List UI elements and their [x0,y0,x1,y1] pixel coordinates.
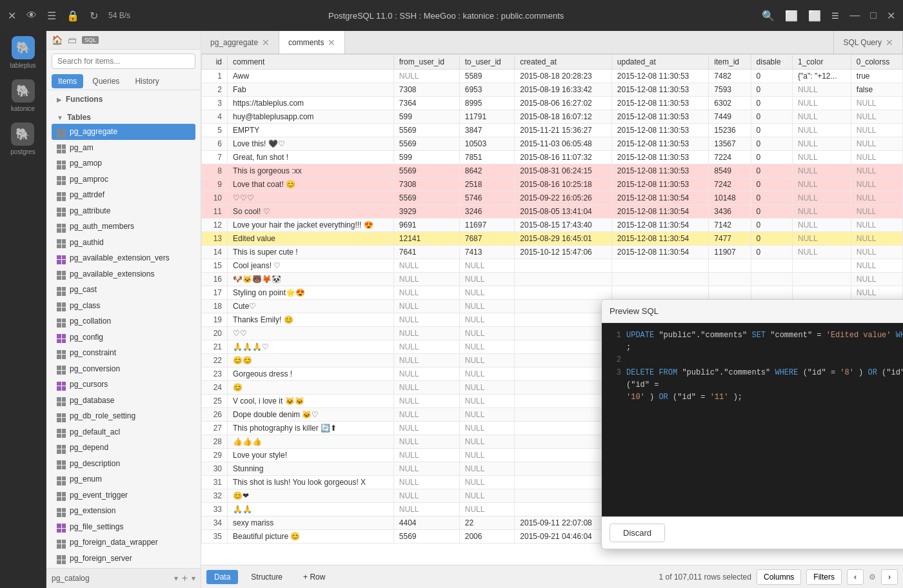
table-cell[interactable]: NULL [851,137,902,151]
table-cell[interactable]: NULL [793,246,851,259]
add-icon[interactable]: + [182,573,188,584]
table-cell[interactable]: 15 [202,259,228,273]
table-row[interactable]: 11So cool! ♡392932462015-08-05 13:41:042… [202,205,903,219]
table-cell[interactable]: NULL [793,178,851,191]
table-cell[interactable]: NULL [793,137,851,151]
table-cell[interactable]: 2015-12-08 11:30:53 [611,137,708,151]
table-cell[interactable]: 30 [202,462,228,476]
table-cell[interactable]: NULL [459,449,515,462]
table-cell[interactable]: Thanks Emily! 😊 [228,313,394,327]
table-cell[interactable]: NULL [393,354,459,368]
table-cell[interactable]: 8549 [709,164,751,178]
table-cell[interactable]: 22 [202,354,228,368]
table-cell[interactable] [709,286,751,300]
table-cell[interactable]: 7142 [709,219,751,232]
table-cell[interactable]: 6302 [709,97,751,110]
table-item-pg_default_acl[interactable]: pg_default_acl [52,424,195,440]
table-cell[interactable]: NULL [851,151,902,164]
table-cell[interactable]: 35 [202,530,228,544]
table-cell[interactable]: 5589 [459,70,515,83]
table-cell[interactable] [515,435,611,449]
table-cell[interactable]: 2015-08-15 17:43:40 [515,219,611,232]
table-row[interactable]: 4huy@tableplusapp.com599117912015-08-18 … [202,110,903,124]
table-item-pg_foreign_data_wrapper[interactable]: pg_foreign_data_wrapper [52,534,195,551]
table-cell[interactable]: NULL [793,232,851,246]
table-cell[interactable]: NULL [851,273,902,286]
table-cell[interactable]: NULL [459,422,515,435]
table-cell[interactable]: 2006 [459,530,515,544]
table-row[interactable]: 13Edited value1214176872015-08-29 16:45:… [202,232,903,246]
table-cell[interactable]: 0 [751,219,792,232]
table-item-pg_depend[interactable]: pg_depend [52,440,195,456]
table-cell[interactable]: 17 [202,286,228,300]
table-cell[interactable]: NULL [851,97,902,110]
table-cell[interactable]: 18 [202,300,228,313]
table-cell[interactable]: 2015-08-16 11:07:32 [515,151,611,164]
table-cell[interactable]: NULL [459,408,515,422]
table-cell[interactable]: 3847 [459,124,515,137]
table-cell[interactable]: NULL [393,327,459,340]
table-cell[interactable]: 2015-12-08 11:30:53 [611,124,708,137]
table-cell[interactable]: 5569 [393,164,459,178]
layout-icon-1[interactable]: ⬜ [785,10,798,22]
table-row[interactable]: 16🐶🐱🐻🦊🐼NULLNULLNULL [202,273,903,286]
table-cell[interactable]: NULL [459,300,515,313]
table-cell[interactable]: 2015-12-08 11:30:53 [611,70,708,83]
table-cell[interactable]: 2015-12-08 11:30:54 [611,191,708,205]
table-cell[interactable]: 27 [202,422,228,435]
table-cell[interactable]: 13567 [709,137,751,151]
table-cell[interactable]: Edited value [228,232,394,246]
table-cell[interactable]: This is gorgeous :xx [228,164,394,178]
table-cell[interactable]: 7242 [709,178,751,191]
functions-toggle[interactable]: ▶ Functions [52,93,195,106]
table-cell[interactable]: 0 [751,110,792,124]
table-cell[interactable]: 🐶🐱🐻🦊🐼 [228,273,394,286]
table-row[interactable]: 14This is super cute !764174132015-10-12… [202,246,903,259]
table-cell[interactable]: 19 [202,313,228,327]
table-cell[interactable]: 2015-12-08 11:30:54 [611,232,708,246]
table-cell[interactable]: 2015-12-08 11:30:54 [611,205,708,219]
table-cell[interactable]: ♡♡ [228,327,394,340]
close-tab-icon[interactable]: ✕ [328,37,335,48]
table-item-pg_extension[interactable]: pg_extension [52,503,195,519]
table-cell[interactable]: 11907 [709,246,751,259]
table-cell[interactable]: V cool, i love it 🐱🐱 [228,395,394,408]
table-cell[interactable]: 0 [751,164,792,178]
table-cell[interactable]: 2015-12-08 11:30:54 [611,246,708,259]
tab-sql-query[interactable]: SQL Query ✕ [833,31,903,54]
table-cell[interactable]: 2015-08-18 16:07:12 [515,110,611,124]
table-cell[interactable]: 2015-12-08 11:30:53 [611,164,708,178]
table-cell[interactable]: This photography is killer 🔄⬆ [228,422,394,435]
table-cell[interactable]: NULL [393,449,459,462]
table-cell[interactable]: NULL [393,489,459,503]
table-cell[interactable]: NULL [459,340,515,354]
table-cell[interactable]: 2015-09-22 16:05:26 [515,191,611,205]
table-cell[interactable]: NULL [793,191,851,205]
col-header-updated_at[interactable]: updated_at [611,55,708,70]
table-cell[interactable]: true [851,70,902,83]
table-cell[interactable]: huy@tableplusapp.com [228,110,394,124]
table-cell[interactable]: 0 [751,70,792,83]
table-cell[interactable]: false [851,83,902,97]
dropdown-icon[interactable]: ▾ [174,574,178,583]
table-cell[interactable]: NULL [851,246,902,259]
table-cell[interactable]: 11791 [459,110,515,124]
table-cell[interactable] [515,381,611,395]
table-cell[interactable]: Great, fun shot ! [228,151,394,164]
tables-toggle[interactable]: ▼ Tables [52,111,195,124]
table-item-pg_enum[interactable]: pg_enum [52,471,195,487]
table-cell[interactable]: 7224 [709,151,751,164]
table-cell[interactable]: 2015-08-18 20:28:23 [515,70,611,83]
db-item-katonice[interactable]: 🐘 katonice [11,79,35,112]
table-cell[interactable]: 7687 [459,232,515,246]
table-icon[interactable]: 🗃 [68,35,77,45]
table-cell[interactable]: 0 [751,151,792,164]
tab-structure[interactable]: Structure [243,570,290,584]
table-cell[interactable] [751,259,792,273]
table-cell[interactable]: 7641 [393,246,459,259]
table-cell[interactable]: 12 [202,219,228,232]
menu-lines-icon[interactable]: ☰ [47,10,56,22]
table-item-pg_am[interactable]: pg_am [52,140,195,156]
table-cell[interactable]: {"a": "+12... [793,70,851,83]
table-cell[interactable]: Styling on point🌟😍 [228,286,394,300]
